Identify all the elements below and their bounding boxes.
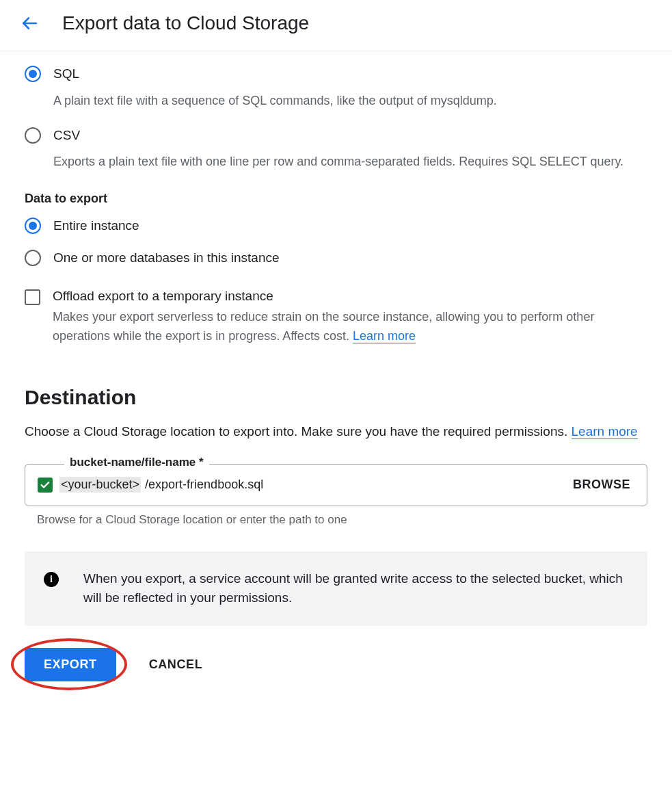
bucket-field: bucket-name/file-name * <your-bucket> /e… xyxy=(25,464,647,506)
cancel-button[interactable]: CANCEL xyxy=(145,657,207,672)
radio-icon xyxy=(25,127,41,144)
back-arrow-icon[interactable] xyxy=(21,14,38,32)
file-path-text: /export-friendbook.sql xyxy=(145,478,565,492)
radio-label: SQL xyxy=(53,65,79,83)
radio-label: Entire instance xyxy=(53,217,139,235)
radio-icon xyxy=(25,66,41,82)
bucket-field-hint: Browse for a Cloud Storage location or e… xyxy=(37,513,647,527)
radio-icon xyxy=(25,218,41,234)
radio-label: One or more databases in this instance xyxy=(53,249,280,267)
format-sql-description: A plain text file with a sequence of SQL… xyxy=(53,92,647,110)
offload-description-text: Makes your export serverless to reduce s… xyxy=(53,310,594,343)
destination-heading: Destination xyxy=(25,386,647,409)
checkbox-icon xyxy=(25,289,40,305)
format-radio-sql[interactable]: SQL xyxy=(25,65,647,83)
bucket-placeholder-chip: <your-bucket> xyxy=(59,477,141,493)
page-title: Export data to Cloud Storage xyxy=(62,12,309,34)
data-to-export-heading: Data to export xyxy=(25,192,647,206)
format-csv-description: Exports a plain text file with one line … xyxy=(53,153,647,171)
offload-checkbox[interactable]: Offload export to a temporary instance xyxy=(25,289,647,305)
destination-description: Choose a Cloud Storage location to expor… xyxy=(25,421,647,441)
checkbox-label: Offload export to a temporary instance xyxy=(53,289,273,304)
permissions-info-text: When you export, a service account will … xyxy=(83,569,628,608)
scope-radio-entire-instance[interactable]: Entire instance xyxy=(25,217,647,235)
format-radio-csv[interactable]: CSV xyxy=(25,127,647,145)
browse-button[interactable]: BROWSE xyxy=(569,477,634,493)
offload-description: Makes your export serverless to reduce s… xyxy=(53,308,647,346)
destination-learn-more-link[interactable]: Learn more xyxy=(572,424,638,439)
destination-description-text: Choose a Cloud Storage location to expor… xyxy=(25,424,572,439)
scope-radio-databases[interactable]: One or more databases in this instance xyxy=(25,249,647,267)
offload-learn-more-link[interactable]: Learn more xyxy=(353,329,416,343)
bucket-field-label: bucket-name/file-name * xyxy=(64,456,209,469)
bucket-path-input[interactable]: <your-bucket> /export-friendbook.sql BRO… xyxy=(25,464,647,506)
permissions-info-box: i When you export, a service account wil… xyxy=(25,551,647,626)
export-button[interactable]: EXPORT xyxy=(25,648,116,681)
radio-label: CSV xyxy=(53,127,80,145)
check-icon xyxy=(38,478,53,493)
radio-icon xyxy=(25,250,41,266)
footer-actions: EXPORT CANCEL xyxy=(25,648,647,681)
info-icon: i xyxy=(44,572,59,587)
page-header: Export data to Cloud Storage xyxy=(0,0,672,51)
